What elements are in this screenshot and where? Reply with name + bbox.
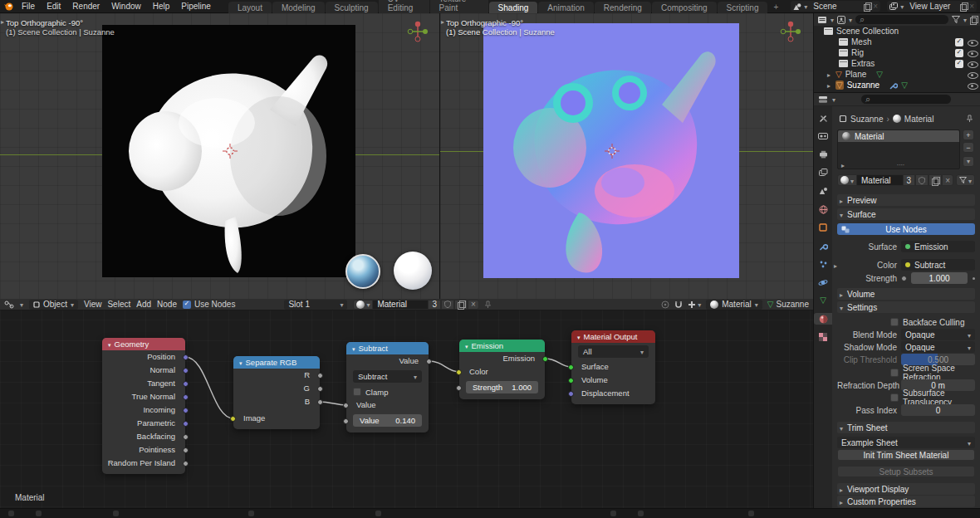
section-trim-sheet[interactable]: Trim Sheet — [837, 422, 975, 433]
node-emission[interactable]: Emission Emission Color Strength 1.000 — [459, 340, 545, 399]
surface-shader-field[interactable]: Emission — [901, 241, 975, 252]
section-viewport-display[interactable]: Viewport Display — [837, 483, 975, 495]
slot-dropdown[interactable]: Slot 1 — [284, 300, 347, 310]
filter-dropdown-icon[interactable] — [956, 174, 975, 186]
view-layer-name[interactable]: View Layer — [906, 2, 958, 11]
init-trim-sheet-button[interactable]: Init Trim Sheet Material — [837, 449, 975, 461]
scene-selector[interactable]: Scene — [791, 1, 880, 12]
datablock-type-button[interactable] — [837, 174, 857, 186]
outliner-item-extras[interactable]: Extras — [814, 58, 980, 69]
hide-eye-icon[interactable] — [968, 70, 977, 79]
socket[interactable] — [183, 447, 189, 453]
ssr-checkbox[interactable] — [890, 369, 899, 377]
outliner-item-plane[interactable]: ▽ Plane ▽ — [814, 69, 980, 80]
pin-icon[interactable] — [966, 115, 973, 123]
shadow-mode-dropdown[interactable]: Opaque — [901, 341, 975, 353]
shader-node-editor[interactable]: Object View Select Add Node Use Nodes Sl… — [0, 299, 814, 508]
nodeed-menu-add[interactable]: Add — [136, 300, 151, 309]
tab-output[interactable] — [814, 149, 832, 160]
collapse-icon[interactable] — [239, 358, 243, 367]
nodeed-menu-node[interactable]: Node — [157, 300, 177, 309]
socket[interactable] — [317, 386, 323, 392]
target-dropdown[interactable]: All — [578, 345, 649, 358]
use-nodes-toggle[interactable]: Use Nodes — [183, 300, 235, 309]
menu-edit[interactable]: Edit — [41, 2, 66, 11]
tab-view-layer[interactable] — [814, 167, 832, 178]
section-settings[interactable]: Settings — [837, 301, 975, 313]
section-preview[interactable]: Preview — [837, 194, 975, 206]
tab-physics[interactable] — [814, 276, 832, 288]
menu-help[interactable]: Help — [147, 2, 176, 11]
tab-object-data[interactable]: ▽ — [814, 295, 832, 306]
node-header[interactable]: Material Output — [571, 330, 655, 343]
snap-magnet-icon[interactable] — [674, 301, 683, 309]
hide-eye-icon[interactable] — [968, 48, 977, 57]
properties-search-input[interactable] — [861, 95, 951, 104]
nodeed-menu-view[interactable]: View — [84, 300, 102, 309]
display-mode-icon[interactable] — [837, 16, 845, 24]
animate-decorator[interactable] — [973, 277, 975, 280]
use-nodes-button[interactable]: Use Nodes — [837, 223, 975, 235]
unlink-scene-icon[interactable] — [873, 2, 878, 11]
socket[interactable] — [183, 354, 189, 360]
socket[interactable] — [230, 416, 236, 422]
editor-type-icon[interactable] — [818, 95, 828, 104]
socket[interactable] — [343, 418, 349, 424]
expand-icon[interactable] — [841, 160, 845, 169]
exclude-checkbox[interactable] — [955, 38, 963, 46]
material-preview-dropdown[interactable]: Material — [706, 300, 762, 310]
snap-target-dropdown[interactable] — [688, 300, 701, 309]
nodeed-menu-select[interactable]: Select — [107, 300, 130, 309]
clamp-checkbox[interactable] — [353, 388, 361, 396]
node-header[interactable]: Subtract — [346, 342, 429, 354]
collapse-icon[interactable] — [577, 332, 581, 341]
node-separate-rgb[interactable]: Separate RGB R G B Image — [233, 356, 320, 429]
workspace-tab-compositing[interactable]: Compositing — [652, 2, 717, 13]
chevron-down-icon[interactable] — [831, 15, 834, 24]
strength-slider[interactable]: Strength 1.000 — [466, 381, 538, 393]
filter-icon[interactable] — [952, 16, 960, 23]
view-layer-selector[interactable]: View Layer — [887, 1, 977, 12]
new-view-layer-icon[interactable] — [960, 2, 967, 10]
remove-slot-button[interactable] — [963, 142, 974, 153]
viewport-corner-toggle[interactable] — [441, 17, 444, 26]
proportional-edit-icon[interactable] — [661, 301, 669, 309]
node-header[interactable]: Separate RGB — [233, 356, 320, 369]
menu-render[interactable]: Render — [66, 2, 105, 11]
tab-particles[interactable] — [814, 258, 832, 270]
socket[interactable] — [317, 373, 323, 379]
workspace-tab-rendering[interactable]: Rendering — [595, 2, 651, 13]
material-slot-selected[interactable]: Material — [838, 130, 959, 142]
scene-name[interactable]: Scene — [810, 2, 861, 11]
navigation-gizmo[interactable] — [406, 20, 429, 43]
node-geometry[interactable]: Geometry Position Normal Tangent True No… — [102, 338, 185, 474]
workspace-tab-shading[interactable]: Shading — [489, 2, 538, 13]
new-collection-icon[interactable] — [970, 16, 977, 23]
datablock-type-button[interactable] — [353, 300, 373, 310]
users-count-button[interactable]: 3 — [903, 174, 916, 186]
viewport-rendered[interactable]: Top Orthographic -90° (1) Scene Collecti… — [0, 13, 440, 299]
material-name-field[interactable]: Material — [373, 300, 428, 310]
chevron-down-icon[interactable] — [832, 95, 835, 104]
slot-specials-button[interactable] — [963, 156, 974, 167]
matcap-preview-sphere[interactable] — [394, 252, 432, 290]
pin-icon[interactable] — [484, 301, 492, 309]
expand-icon[interactable] — [834, 261, 837, 270]
tab-world[interactable] — [814, 203, 832, 215]
tab-object[interactable] — [814, 222, 832, 233]
node-header[interactable]: Geometry — [102, 338, 185, 350]
socket[interactable] — [568, 364, 574, 370]
expand-icon[interactable] — [826, 81, 832, 90]
hdri-preview-sphere[interactable] — [345, 254, 380, 289]
collapse-icon[interactable] — [465, 341, 468, 350]
socket[interactable] — [456, 385, 462, 391]
operation-dropdown[interactable]: Subtract — [353, 370, 422, 383]
backface-culling-checkbox[interactable] — [890, 318, 899, 326]
sss-translucency-checkbox[interactable] — [890, 393, 899, 402]
socket[interactable] — [343, 403, 349, 408]
viewport-normal-map[interactable]: Top Orthographic -90° (1) Scene Collecti… — [440, 13, 814, 299]
node-subtract[interactable]: Subtract Value Subtract Clamp Value Valu… — [346, 342, 429, 432]
copy-datablock-icon[interactable] — [454, 300, 468, 310]
add-slot-button[interactable] — [963, 130, 974, 140]
section-surface[interactable]: Surface — [837, 208, 975, 220]
